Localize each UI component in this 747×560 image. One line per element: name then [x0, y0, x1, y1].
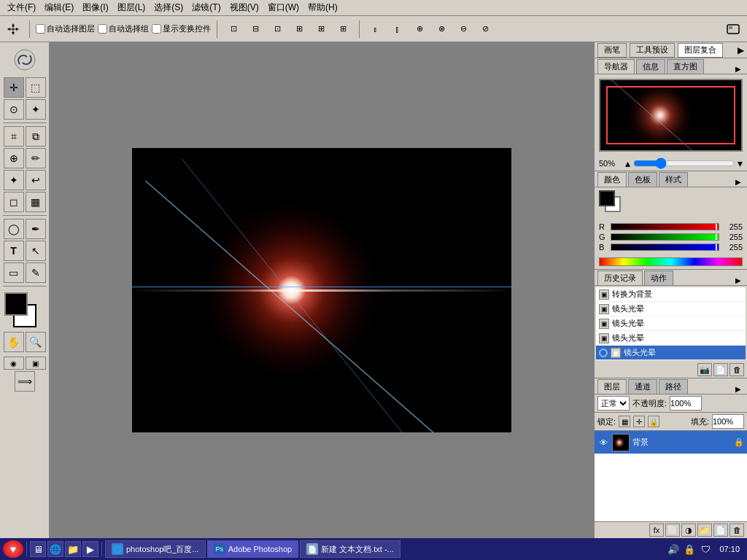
show-transform-check[interactable]: 显示变换控件	[152, 23, 211, 34]
taskbar-baidu-btn[interactable]: 🌐 photoshop吧_百度...	[105, 540, 206, 558]
tab-paths[interactable]: 路径	[659, 379, 688, 394]
history-item-1[interactable]: ▣ 镜头光晕	[596, 302, 746, 316]
tool-pen[interactable]: ✒	[26, 219, 46, 239]
palette-btn[interactable]	[722, 19, 744, 39]
layer-item-background[interactable]: 👁 背景 🔒	[595, 431, 747, 454]
tab-histogram[interactable]: 直方图	[667, 59, 704, 74]
menu-edit[interactable]: 编辑(E)	[40, 0, 78, 15]
tool-crop[interactable]: ⌗	[4, 126, 24, 147]
tool-text[interactable]: T	[4, 241, 24, 261]
align-top-btn[interactable]: ⊞	[289, 19, 309, 39]
lock-pixels-btn[interactable]: ▦	[619, 416, 630, 427]
color-g-track[interactable]	[611, 233, 719, 241]
align-right-btn[interactable]: ⊡	[267, 19, 287, 39]
tray-security[interactable]: 🛡	[699, 542, 712, 556]
history-new-snapshot-btn[interactable]: 📷	[697, 363, 712, 376]
quick-mask-btn[interactable]: ◉	[4, 357, 24, 370]
blend-mode-select[interactable]: 正常	[597, 396, 630, 411]
panel-options-top[interactable]: ▶	[738, 45, 744, 55]
history-item-4[interactable]: ▣ 镜头光晕	[596, 346, 746, 360]
layer-mask-btn[interactable]: ⬜	[665, 524, 680, 537]
tab-tool-presets[interactable]: 工具预设	[630, 43, 675, 58]
lock-all-btn[interactable]: 🔒	[648, 416, 659, 427]
history-options-btn[interactable]: ▶	[732, 275, 744, 285]
canvas-wrapper[interactable]	[132, 148, 511, 432]
taskbar-notepad-btn[interactable]: 📄 新建 文本文档.txt -...	[300, 540, 400, 558]
quick-launch-ie[interactable]: 🌐	[47, 541, 63, 557]
menu-filter[interactable]: 滤镜(T)	[187, 0, 225, 15]
align-center-v-btn[interactable]: ⊞	[311, 19, 331, 39]
dist-h-btn[interactable]: ⫾	[365, 19, 386, 39]
tool-move[interactable]: ✛	[4, 77, 24, 98]
photoshop-canvas[interactable]	[132, 148, 511, 432]
tool-magic-wand[interactable]: ✦	[26, 99, 46, 120]
tab-styles[interactable]: 样式	[659, 172, 688, 187]
tray-network[interactable]: 🔒	[683, 542, 696, 556]
quick-launch-media[interactable]: ▶	[82, 541, 98, 557]
tool-dodge[interactable]: ◯	[4, 219, 24, 239]
tab-history[interactable]: 历史记录	[597, 271, 643, 285]
canvas-area[interactable]	[50, 42, 594, 538]
tool-lasso[interactable]: ⊙	[4, 99, 24, 120]
tab-navigator[interactable]: 导航器	[597, 59, 635, 74]
layer-adj-btn[interactable]: ◑	[681, 524, 696, 537]
dist-v-btn[interactable]: ⫿	[387, 19, 408, 39]
history-item-2[interactable]: ▣ 镜头光晕	[596, 316, 746, 331]
tab-channels[interactable]: 通道	[628, 379, 657, 394]
align-left-btn[interactable]: ⊡	[223, 19, 244, 39]
menu-layer[interactable]: 图层(L)	[113, 0, 150, 15]
tool-clone[interactable]: ✦	[4, 170, 24, 190]
tool-slice[interactable]: ⧉	[26, 126, 46, 147]
auto-select-group-check[interactable]: 自动选择组	[98, 23, 149, 34]
menu-help[interactable]: 帮助(H)	[303, 0, 342, 15]
quick-launch-folder[interactable]: 📁	[65, 541, 81, 557]
layer-fx-btn[interactable]: fx	[649, 524, 664, 537]
history-item-3[interactable]: ▣ 镜头光晕	[596, 331, 746, 346]
menu-image[interactable]: 图像(I)	[78, 0, 112, 15]
tab-layers[interactable]: 图层	[597, 379, 627, 394]
tool-notes[interactable]: ✎	[26, 262, 46, 283]
auto-select-layer-check[interactable]: 自动选择图层	[36, 23, 95, 34]
tab-layer-comp[interactable]: 图层复合	[678, 43, 723, 58]
tab-actions[interactable]: 动作	[644, 271, 673, 285]
color-r-track[interactable]	[611, 223, 719, 230]
fg-color-swatch[interactable]	[4, 292, 28, 316]
menu-view[interactable]: 视图(V)	[225, 0, 263, 15]
layers-options-btn[interactable]: ▶	[732, 384, 744, 394]
history-new-doc-btn[interactable]: 📄	[713, 363, 728, 376]
quick-launch-browser[interactable]: 🖥	[30, 541, 46, 557]
start-button[interactable]: ♥	[3, 540, 23, 558]
fg-color-display[interactable]	[599, 190, 615, 206]
taskbar-ps-btn[interactable]: Ps Adobe Photoshop	[207, 540, 298, 558]
align-bottom-btn[interactable]: ⊞	[333, 19, 353, 39]
tool-heal[interactable]: ⊕	[4, 148, 24, 168]
tray-volume[interactable]: 🔊	[667, 542, 680, 556]
dist-e-btn[interactable]: ⊖	[453, 19, 473, 39]
navigator-options-btn[interactable]: ▶	[732, 63, 744, 74]
tab-brush[interactable]: 画笔	[597, 43, 627, 58]
tool-gradient[interactable]: ▦	[26, 192, 46, 212]
zoom-out-btn[interactable]: ▴	[625, 158, 630, 169]
layer-delete-btn[interactable]: 🗑	[729, 524, 744, 537]
align-center-h-btn[interactable]: ⊟	[245, 19, 266, 39]
tool-hand[interactable]: ✋	[4, 332, 24, 352]
dist-f-btn[interactable]: ⊘	[475, 19, 495, 39]
fill-input[interactable]	[712, 414, 744, 429]
layer-new-btn[interactable]: 📄	[713, 524, 728, 537]
zoom-slider[interactable]	[633, 158, 735, 169]
move-tool-btn[interactable]	[3, 19, 23, 39]
color-b-track[interactable]	[611, 244, 719, 251]
tool-marquee[interactable]: ⬚	[26, 77, 46, 98]
show-transform-input[interactable]	[152, 24, 161, 34]
tool-path-select[interactable]: ↖	[26, 241, 46, 261]
navigator-preview[interactable]	[599, 79, 743, 152]
tool-shape[interactable]: ▭	[4, 262, 24, 283]
tool-brush[interactable]: ✏	[26, 148, 46, 168]
history-item-0[interactable]: ▣ 转换为背景	[596, 287, 746, 302]
layer-visibility-eye[interactable]: 👁	[597, 437, 609, 448]
color-spectrum-bar[interactable]	[599, 257, 743, 266]
tab-color[interactable]: 颜色	[597, 172, 627, 187]
dist-d-btn[interactable]: ⊗	[431, 19, 452, 39]
menu-select[interactable]: 选择(S)	[150, 0, 187, 15]
layer-group-btn[interactable]: 📁	[697, 524, 712, 537]
